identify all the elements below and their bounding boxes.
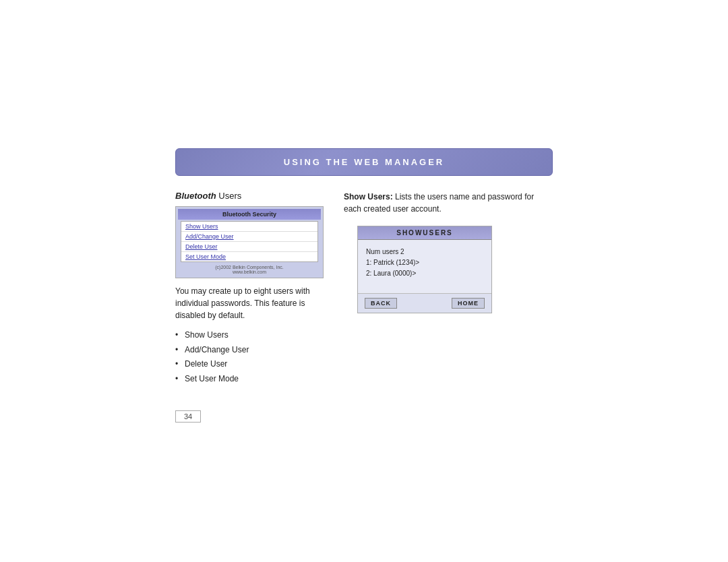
list-item: Delete User (175, 357, 324, 372)
left-column: Bluetooth Users Bluetooth Security Show … (175, 191, 324, 423)
content-area: Bluetooth Users Bluetooth Security Show … (175, 191, 553, 423)
home-button[interactable]: HOME (452, 298, 485, 309)
showusers-line1: Num users 2 (366, 247, 483, 257)
section-title-rest: Users (216, 191, 242, 201)
screenshot-footer-line2: www.belkin.com (178, 270, 321, 274)
list-item: Set User Mode (175, 372, 324, 387)
screenshot-header: Bluetooth Security (178, 209, 321, 220)
right-column: Show Users: Lists the users name and pas… (344, 191, 553, 313)
list-item: Add/Change User (175, 343, 324, 358)
showusers-panel: SHOWUSERS Num users 2 1: Patrick (1234)>… (357, 226, 492, 313)
screenshot-menu-item-show-users: Show Users (181, 222, 317, 232)
showusers-body: Num users 2 1: Patrick (1234)> 2: Laura … (358, 240, 491, 294)
header-title: USING THE WEB MANAGER (284, 157, 445, 167)
page-number: 34 (175, 410, 201, 423)
show-users-description: Show Users: Lists the users name and pas… (344, 191, 553, 215)
section-title-italic: Bluetooth (175, 191, 216, 201)
showusers-line3: 2: Laura (0000)> (366, 268, 483, 279)
bullet-list: Show Users Add/Change User Delete User S… (175, 328, 324, 386)
description-text: You may create up to eight users with in… (175, 285, 324, 321)
show-users-label: Show Users: (344, 192, 393, 201)
bluetooth-screenshot: Bluetooth Security Show Users Add/Change… (175, 206, 324, 278)
section-title: Bluetooth Users (175, 191, 324, 201)
screenshot-footer: (c)2002 Belkin Components, Inc. www.belk… (178, 263, 321, 276)
screenshot-menu-item-add-change: Add/Change User (181, 232, 317, 242)
showusers-line2: 1: Patrick (1234)> (366, 257, 483, 268)
back-button[interactable]: BACK (365, 298, 397, 309)
showusers-header: SHOWUSERS (358, 226, 491, 240)
list-item: Show Users (175, 328, 324, 343)
screenshot-footer-line1: (c)2002 Belkin Components, Inc. (178, 265, 321, 270)
showusers-footer: BACK HOME (358, 294, 491, 313)
screenshot-menu-item-delete: Delete User (181, 242, 317, 252)
header-banner: USING THE WEB MANAGER (175, 148, 553, 176)
screenshot-menu: Show Users Add/Change User Delete User S… (181, 221, 318, 262)
screenshot-menu-item-set-mode: Set User Mode (181, 252, 317, 261)
